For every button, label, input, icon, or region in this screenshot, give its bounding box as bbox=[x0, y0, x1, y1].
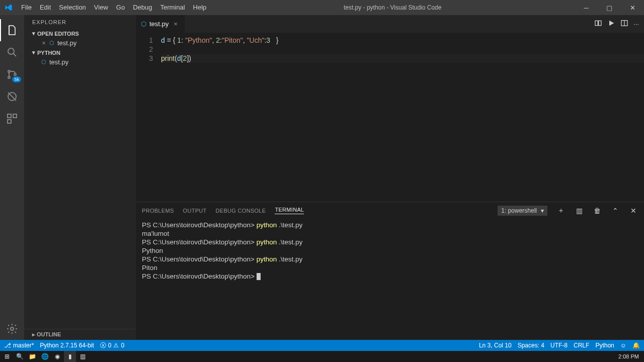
minimize-icon[interactable]: ─ bbox=[575, 0, 598, 15]
git-branch[interactable]: ⎇master* bbox=[4, 342, 34, 349]
taskbar-clock[interactable]: 2:08 PM bbox=[614, 353, 643, 359]
cursor-position[interactable]: Ln 3, Col 10 bbox=[479, 342, 512, 349]
svg-point-10 bbox=[11, 327, 14, 330]
svg-rect-11 bbox=[595, 21, 598, 25]
close-file-icon[interactable]: × bbox=[41, 40, 46, 47]
svg-line-1 bbox=[14, 54, 16, 56]
vscode-logo-icon bbox=[0, 4, 17, 12]
warning-icon: ⚠ bbox=[113, 342, 119, 349]
split-editor-icon[interactable] bbox=[620, 19, 628, 29]
menubar: FileEditSelectionViewGoDebugTerminalHelp bbox=[17, 0, 210, 15]
svg-rect-12 bbox=[599, 21, 601, 25]
activity-bar: 5k bbox=[0, 15, 24, 340]
python-version[interactable]: Python 2.7.15 64-bit bbox=[40, 342, 94, 349]
menu-help[interactable]: Help bbox=[189, 0, 211, 15]
svg-point-3 bbox=[8, 76, 10, 78]
svg-rect-9 bbox=[8, 120, 11, 123]
vscode-taskbar-icon[interactable]: ▮ bbox=[64, 351, 76, 362]
editor-actions: ··· bbox=[589, 15, 644, 33]
eol-status[interactable]: CRLF bbox=[574, 342, 589, 349]
language-status[interactable]: Python bbox=[595, 342, 614, 349]
svg-rect-7 bbox=[8, 114, 11, 118]
sidebar-header: EXPLORER bbox=[24, 15, 136, 29]
menu-selection[interactable]: Selection bbox=[55, 0, 90, 15]
maximize-icon[interactable]: ▢ bbox=[598, 0, 621, 15]
python-file-icon: ⬡ bbox=[49, 40, 54, 46]
main: 5k EXPLORER ▾OPEN EDITORS ×⬡test.py ▾PYT… bbox=[0, 15, 644, 340]
compare-icon[interactable] bbox=[594, 19, 602, 29]
debug-icon[interactable] bbox=[0, 85, 24, 108]
sidebar: EXPLORER ▾OPEN EDITORS ×⬡test.py ▾PYTHON… bbox=[24, 15, 136, 340]
outline-section[interactable]: ▸ OUTLINE bbox=[24, 329, 136, 340]
chevron-down-icon: ▾ bbox=[32, 49, 37, 56]
open-editor-item[interactable]: ×⬡test.py bbox=[24, 38, 136, 48]
panel-tab-problems[interactable]: PROBLEMS bbox=[142, 208, 174, 214]
panel-tabs: PROBLEMSOUTPUTDEBUG CONSOLETERMINAL 1: p… bbox=[136, 202, 644, 219]
notifications-icon[interactable]: 🔔 bbox=[632, 342, 640, 349]
search-icon[interactable] bbox=[0, 41, 24, 63]
encoding-status[interactable]: UTF-8 bbox=[550, 342, 568, 349]
terminal-output[interactable]: PS C:\Users\toirovd\Desktop\python> pyth… bbox=[136, 219, 644, 340]
svg-point-4 bbox=[14, 73, 16, 75]
chrome-icon[interactable]: ◉ bbox=[51, 351, 63, 362]
panel: PROBLEMSOUTPUTDEBUG CONSOLETERMINAL 1: p… bbox=[136, 202, 644, 340]
menu-debug[interactable]: Debug bbox=[129, 0, 156, 15]
menu-view[interactable]: View bbox=[90, 0, 112, 15]
editor-tab[interactable]: ⬡ test.py × bbox=[136, 15, 185, 33]
svg-point-0 bbox=[8, 48, 14, 54]
terminal-selector[interactable]: 1: powershell bbox=[498, 206, 547, 216]
start-menu-icon[interactable]: ⊞ bbox=[1, 351, 13, 362]
menu-terminal[interactable]: Terminal bbox=[156, 0, 189, 15]
extensions-icon[interactable] bbox=[0, 108, 24, 130]
file-item[interactable]: ⬡test.py bbox=[24, 57, 136, 67]
menu-file[interactable]: File bbox=[17, 0, 36, 15]
search-taskbar-icon[interactable]: 🔍 bbox=[14, 351, 26, 362]
close-tab-icon[interactable]: × bbox=[172, 20, 180, 28]
chevron-down-icon: ▾ bbox=[32, 30, 37, 37]
status-bar: ⎇master* Python 2.7.15 64-bit ⓧ0 ⚠0 Ln 3… bbox=[0, 340, 644, 351]
settings-gear-icon[interactable] bbox=[0, 318, 24, 340]
explorer-icon[interactable] bbox=[0, 19, 24, 41]
python-file-icon: ⬡ bbox=[41, 59, 46, 65]
python-file-icon: ⬡ bbox=[141, 20, 146, 28]
more-icon[interactable]: ··· bbox=[633, 20, 639, 28]
tab-label: test.py bbox=[149, 20, 169, 28]
chevron-up-icon[interactable]: ⌃ bbox=[611, 207, 620, 215]
file-explorer-icon[interactable]: 📁 bbox=[26, 351, 38, 362]
svg-rect-8 bbox=[13, 114, 17, 118]
window-controls: ─ ▢ ✕ bbox=[575, 0, 644, 15]
indent-status[interactable]: Spaces: 4 bbox=[518, 342, 544, 349]
panel-tab-output[interactable]: OUTPUT bbox=[183, 208, 207, 214]
close-icon[interactable]: ✕ bbox=[621, 0, 644, 15]
feedback-icon[interactable]: ☺ bbox=[620, 342, 626, 349]
editor-area: ⬡ test.py × ··· 123 d = { 1: "Python", 2… bbox=[136, 15, 644, 340]
editor-tabs: ⬡ test.py × ··· bbox=[136, 15, 644, 33]
source-control-icon[interactable]: 5k bbox=[0, 63, 24, 85]
new-terminal-icon[interactable]: ＋ bbox=[556, 206, 566, 215]
panel-tab-terminal[interactable]: TERMINAL bbox=[275, 207, 304, 214]
scm-badge: 5k bbox=[12, 76, 21, 82]
error-icon: ⓧ bbox=[100, 341, 106, 350]
titlebar: FileEditSelectionViewGoDebugTerminalHelp… bbox=[0, 0, 644, 15]
svg-point-2 bbox=[8, 70, 10, 72]
kill-terminal-icon[interactable]: 🗑 bbox=[593, 207, 602, 215]
project-section[interactable]: ▾PYTHON bbox=[24, 48, 136, 57]
split-terminal-icon[interactable]: ▥ bbox=[575, 207, 584, 215]
code-editor[interactable]: 123 d = { 1: "Python", 2:"Piton", "Uch":… bbox=[136, 33, 644, 202]
app-icon[interactable]: ▥ bbox=[76, 351, 89, 362]
open-editors-section[interactable]: ▾OPEN EDITORS bbox=[24, 29, 136, 38]
close-panel-icon[interactable]: ✕ bbox=[629, 207, 638, 215]
problems-status[interactable]: ⓧ0 ⚠0 bbox=[100, 341, 124, 350]
chevron-right-icon: ▸ bbox=[32, 331, 37, 337]
run-icon[interactable] bbox=[607, 19, 615, 29]
edge-icon[interactable]: 🌐 bbox=[39, 351, 51, 362]
menu-edit[interactable]: Edit bbox=[36, 0, 55, 15]
menu-go[interactable]: Go bbox=[112, 0, 129, 15]
windows-taskbar: ⊞ 🔍 📁 🌐 ◉ ▮ ▥ 2:08 PM bbox=[0, 351, 644, 362]
window-title: test.py - python - Visual Studio Code bbox=[210, 4, 575, 11]
branch-icon: ⎇ bbox=[4, 342, 11, 349]
panel-tab-debug-console[interactable]: DEBUG CONSOLE bbox=[216, 208, 266, 214]
